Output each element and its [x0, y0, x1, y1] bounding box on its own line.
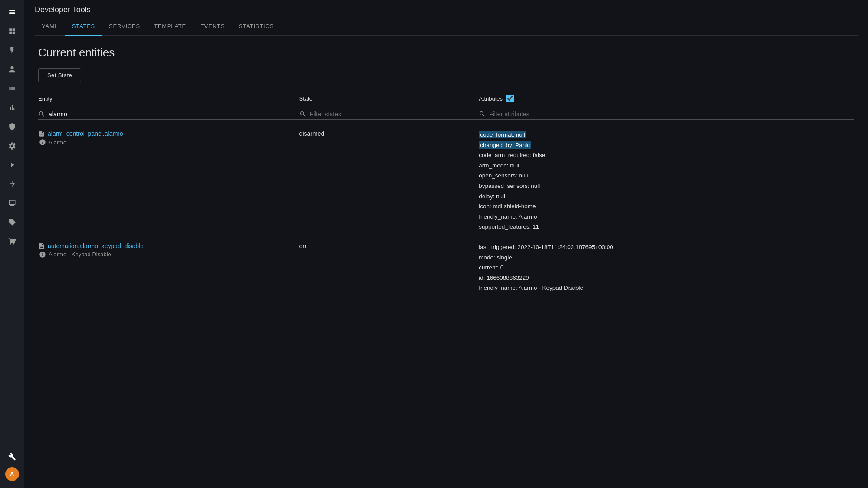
states-content: Current entities Set State Entity State …	[24, 36, 868, 488]
attribute-item: icon: mdi:shield-home	[479, 202, 854, 211]
filter-attributes-cell	[479, 108, 854, 125]
filter-entity-wrap: Filter entities alarmo	[38, 111, 299, 120]
entity-doc-icon	[38, 242, 45, 249]
filter-entity-value[interactable]: alarmo	[49, 111, 67, 118]
attribute-item: friendly_name: Alarmo - Keypad Disable	[479, 283, 854, 293]
filter-state-input[interactable]	[310, 111, 479, 118]
sidebar-person-icon[interactable]	[3, 61, 21, 78]
tabs-bar: YAML STATES SERVICES TEMPLATE EVENTS STA…	[35, 18, 858, 36]
table-row: automation.alarmo_keypad_disable Alarmo …	[38, 237, 854, 298]
sidebar-list-icon[interactable]	[3, 80, 21, 97]
state-cell-0: disarmed	[299, 125, 479, 237]
entity-doc-icon	[38, 130, 45, 137]
attribute-item: changed_by: Panic	[479, 141, 854, 150]
search-icon-attributes	[479, 111, 486, 118]
tab-template[interactable]: TEMPLATE	[147, 18, 193, 36]
tab-services[interactable]: SERVICES	[102, 18, 147, 36]
entity-link-row: alarm_control_panel.alarmo	[38, 130, 299, 137]
attr-highlighted: code_format: null	[479, 131, 526, 138]
set-state-button[interactable]: Set State	[38, 68, 81, 82]
attributes-label: Attributes	[479, 95, 503, 102]
sidebar-menu-icon[interactable]	[3, 3, 21, 21]
sidebar-play-icon[interactable]	[3, 156, 21, 174]
tab-statistics[interactable]: STATISTICS	[232, 18, 281, 36]
attribute-item: supported_features: 11	[479, 222, 854, 232]
attributes-checkbox[interactable]	[506, 95, 514, 102]
col-header-attributes: Attributes	[479, 91, 854, 108]
attribute-item: arm_mode: null	[479, 161, 854, 170]
state-value: on	[299, 242, 306, 249]
tab-yaml[interactable]: YAML	[35, 18, 65, 36]
info-icon	[39, 139, 46, 146]
attribute-item: bypassed_sensors: null	[479, 181, 854, 191]
friendly-name-text: Alarmo - Keypad Disable	[49, 251, 111, 258]
attribute-item: code_format: null	[479, 130, 854, 140]
entity-link[interactable]: alarm_control_panel.alarmo	[48, 130, 123, 137]
attribute-item: id: 1666088863229	[479, 273, 854, 283]
entity-cell-0: alarm_control_panel.alarmo Alarmo	[38, 125, 299, 237]
entity-table: Entity State Attributes Filter entities	[38, 91, 854, 298]
entity-name-wrap: alarm_control_panel.alarmo Alarmo	[38, 130, 299, 146]
main-content: Developer Tools YAML STATES SERVICES TEM…	[24, 0, 868, 488]
sidebar-shopping-icon[interactable]	[3, 233, 21, 250]
entity-cell-1: automation.alarmo_keypad_disable Alarmo …	[38, 237, 299, 298]
tab-states[interactable]: STATES	[65, 18, 102, 36]
app-title: Developer Tools	[35, 5, 858, 14]
sidebar-tag-icon[interactable]	[3, 213, 21, 231]
filter-attributes-wrap	[479, 111, 854, 120]
sidebar-dashboard-icon[interactable]	[3, 23, 21, 40]
attribute-item: friendly_name: Alarmo	[479, 212, 854, 222]
sidebar-shield-icon[interactable]	[3, 118, 21, 135]
col-header-state: State	[299, 91, 479, 108]
entity-friendly-name: Alarmo	[38, 139, 299, 146]
attribute-item: current: 0	[479, 263, 854, 272]
sidebar-devtools-icon[interactable]	[3, 448, 21, 465]
tab-events[interactable]: EVENTS	[193, 18, 232, 36]
entity-link[interactable]: automation.alarmo_keypad_disable	[48, 242, 144, 249]
attributes-cell-1: last_triggered: 2022-10-18T11:24:02.1876…	[479, 237, 854, 298]
entity-link-row: automation.alarmo_keypad_disable	[38, 242, 299, 249]
header: Developer Tools YAML STATES SERVICES TEM…	[24, 0, 868, 36]
sidebar: A	[0, 0, 24, 488]
attributes-list: code_format: nullchanged_by: Paniccode_a…	[479, 130, 854, 232]
entity-name-wrap: automation.alarmo_keypad_disable Alarmo …	[38, 242, 299, 258]
filter-state-cell	[299, 108, 479, 125]
attribute-item: delay: null	[479, 192, 854, 201]
sidebar-config-icon[interactable]	[3, 137, 21, 154]
filter-state-wrap	[299, 111, 479, 120]
search-icon-state	[299, 111, 306, 118]
attributes-list: last_triggered: 2022-10-18T11:24:02.1876…	[479, 242, 854, 293]
state-cell-1: on	[299, 237, 479, 298]
attr-highlighted: changed_by: Panic	[479, 141, 531, 149]
attribute-item: code_arm_required: false	[479, 151, 854, 160]
filter-entity-cell: Filter entities alarmo	[38, 108, 299, 125]
info-icon	[39, 251, 46, 258]
state-value: disarmed	[299, 129, 325, 137]
sidebar-lightning-icon[interactable]	[3, 42, 21, 59]
attribute-item: last_triggered: 2022-10-18T11:24:02.1876…	[479, 242, 854, 252]
sidebar-chart-icon[interactable]	[3, 99, 21, 116]
table-row: alarm_control_panel.alarmo Alarmo disarm…	[38, 125, 854, 237]
entity-friendly-name: Alarmo - Keypad Disable	[38, 251, 299, 258]
col-header-entity: Entity	[38, 91, 299, 108]
page-title: Current entities	[38, 46, 854, 59]
filter-attributes-input[interactable]	[489, 111, 854, 118]
search-icon-entity	[38, 111, 45, 118]
attribute-item: open_sensors: null	[479, 171, 854, 180]
attribute-item: mode: single	[479, 253, 854, 262]
attributes-cell-0: code_format: nullchanged_by: Paniccode_a…	[479, 125, 854, 237]
sidebar-forward-icon[interactable]	[3, 175, 21, 193]
sidebar-user-avatar[interactable]: A	[5, 467, 19, 481]
sidebar-monitor-icon[interactable]	[3, 194, 21, 212]
friendly-name-text: Alarmo	[49, 139, 66, 146]
